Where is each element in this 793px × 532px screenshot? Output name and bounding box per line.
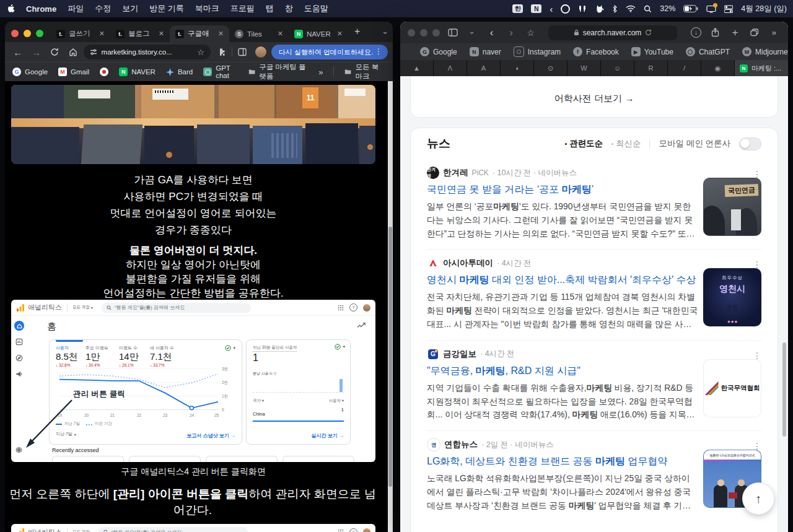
bookmarks-overflow-icon[interactable]: » bbox=[318, 68, 323, 77]
press-name[interactable]: 연합뉴스 bbox=[444, 439, 478, 450]
menu-view[interactable]: 보기 bbox=[122, 3, 138, 14]
press-logo-asiatoday[interactable] bbox=[427, 257, 439, 269]
sidebar-toggle-icon[interactable] bbox=[446, 26, 459, 40]
ga-users-header[interactable]: 사용자 ▾ bbox=[328, 398, 344, 404]
news-thumbnail[interactable]: 국민연금 bbox=[703, 178, 761, 236]
minimize-button[interactable] bbox=[420, 29, 427, 37]
menu-tab[interactable]: 탭 bbox=[266, 3, 274, 14]
ga-recent-card[interactable] bbox=[52, 456, 124, 462]
pinned-tab-drive[interactable]: ▲ bbox=[400, 60, 434, 76]
downloads-icon[interactable]: ↓ bbox=[690, 26, 703, 40]
ring-menu-icon[interactable] bbox=[561, 4, 570, 14]
ga-data-quality-badge[interactable]: ▾ bbox=[335, 344, 345, 350]
favorites-star-icon[interactable]: ☆ bbox=[524, 26, 537, 40]
pinned-tab-bot[interactable]: ☺ bbox=[601, 60, 634, 76]
favorite-google[interactable]: GGoogle bbox=[420, 47, 457, 56]
display-notification-icon[interactable] bbox=[706, 5, 716, 13]
scroll-to-top-button[interactable]: ↑ bbox=[742, 482, 774, 515]
back-button[interactable]: ‹ bbox=[485, 26, 498, 40]
bookmark-google[interactable]: G Google bbox=[12, 68, 48, 76]
ga-metric-users[interactable]: 사용자 8.5천 ↓ 32.8% bbox=[56, 345, 78, 367]
bookmark-naver[interactable]: N NAVER bbox=[119, 68, 156, 76]
favorite-midjourney[interactable]: MMidjourney bbox=[742, 47, 788, 56]
tab-overview-icon[interactable] bbox=[748, 26, 761, 40]
bookmark-icon-only[interactable] bbox=[100, 68, 108, 76]
apps-grid-icon[interactable] bbox=[338, 529, 344, 532]
ga-recent-card[interactable] bbox=[129, 456, 201, 462]
scrollbar-thumb[interactable] bbox=[388, 227, 392, 487]
dictionary-more-link[interactable]: 어학사전 더보기 → bbox=[554, 93, 634, 105]
address-bar[interactable]: marketking.tistory.co... ☆ bbox=[84, 45, 211, 59]
extension-icon[interactable] bbox=[213, 44, 229, 60]
menu-window[interactable]: 창 bbox=[285, 3, 293, 14]
tab-blog[interactable]: t. 블로그✕ bbox=[110, 25, 170, 42]
ga-account-switcher[interactable]: 모든 계정 bbox=[72, 305, 90, 310]
menu-edit[interactable]: 수정 bbox=[95, 3, 111, 14]
sort-relevance[interactable]: 관련도순 bbox=[565, 138, 603, 149]
ga-data-quality-badge[interactable]: ▾ bbox=[225, 345, 235, 351]
ga-period-dropdown[interactable]: 지난 7일▾ bbox=[56, 431, 76, 437]
ga-advertising-icon[interactable] bbox=[15, 370, 23, 378]
favorite-instagram[interactable]: Instagram bbox=[514, 46, 561, 57]
ga-admin-gear-icon[interactable] bbox=[15, 446, 23, 454]
favorite-facebook[interactable]: fFacebook bbox=[573, 47, 619, 56]
pinned-tab-watcha[interactable]: W bbox=[567, 60, 601, 76]
close-button[interactable] bbox=[408, 29, 415, 37]
tab-naver[interactable]: N NAVER✕ bbox=[289, 25, 348, 42]
ga-metric-new-users[interactable]: 새 사용자 수 7.1천 ↓ 33.7% bbox=[150, 345, 174, 367]
ga-metric-event-count[interactable]: 이벤트 수 14만 ↓ 26.1% bbox=[119, 345, 139, 367]
apple-menu-icon[interactable] bbox=[6, 4, 15, 14]
ga-insights-icon[interactable] bbox=[357, 322, 366, 329]
page-scrollbar[interactable] bbox=[388, 81, 393, 532]
help-icon[interactable]: ? bbox=[349, 303, 357, 312]
ga-recent-card[interactable] bbox=[206, 456, 278, 462]
tab-tiles[interactable]: S Tiles✕ bbox=[229, 25, 289, 42]
back-arrow-menu-icon[interactable]: ‹ bbox=[550, 4, 553, 14]
apps-grid-icon[interactable] bbox=[338, 305, 344, 311]
pinned-tab-1[interactable]: Λ bbox=[434, 60, 467, 76]
bookmark-folder-google-marketing[interactable]: 구글 마케팅 플랫폼 bbox=[248, 63, 308, 81]
active-tab-naver-search[interactable]: N 마케팅 :... bbox=[735, 60, 788, 76]
zoom-button[interactable] bbox=[36, 30, 43, 37]
menubar-date[interactable]: 4월 28일 (일) bbox=[741, 4, 787, 14]
close-tab-icon[interactable]: ✕ bbox=[159, 30, 164, 38]
news-title-link[interactable]: "무역금융, 마케팅, R&D 지원 시급" bbox=[427, 365, 699, 378]
side-panel-icon[interactable] bbox=[235, 44, 251, 60]
press-name[interactable]: 아시아투데이 bbox=[443, 258, 493, 269]
minimize-button[interactable] bbox=[24, 30, 31, 37]
menu-profiles[interactable]: 프로필 bbox=[230, 3, 255, 14]
press-logo-geumgang[interactable]: G bbox=[427, 348, 439, 360]
menu-file[interactable]: 파일 bbox=[68, 3, 84, 14]
book​mark-bard[interactable]: Bard bbox=[166, 68, 193, 76]
pinned-tab-discord[interactable]: ⊙ bbox=[534, 60, 567, 76]
input-source-icon[interactable]: 한 bbox=[512, 4, 523, 13]
ga-home-icon[interactable] bbox=[14, 321, 24, 331]
close-button[interactable] bbox=[11, 30, 19, 37]
menu-history[interactable]: 방문 기록 bbox=[149, 3, 184, 14]
tab-search-chevron-icon[interactable]: › bbox=[381, 32, 390, 34]
toolbar-overflow-icon[interactable]: » bbox=[768, 26, 781, 40]
close-tab-icon[interactable]: ✕ bbox=[99, 30, 105, 38]
ga-search-input[interactable]: “행동 개요”을(를) 검색해 보세요 bbox=[102, 303, 251, 313]
bluetooth-icon[interactable] bbox=[612, 5, 618, 13]
spotlight-search-icon[interactable] bbox=[644, 5, 652, 13]
favorite-naver[interactable]: Nnaver bbox=[470, 47, 501, 56]
press-logo-yonhap[interactable]: 연 bbox=[427, 438, 440, 451]
ga-recent-card[interactable] bbox=[283, 456, 354, 462]
tab-write[interactable]: t. 글쓰기✕ bbox=[51, 25, 110, 42]
cat-menu-icon[interactable] bbox=[595, 5, 604, 13]
airpods-menu-icon[interactable] bbox=[578, 5, 587, 12]
menubar-app-name[interactable]: Chrome bbox=[26, 4, 56, 14]
close-tab-icon[interactable]: ✕ bbox=[337, 30, 343, 38]
bookmark-gmail[interactable]: M Gmail bbox=[58, 68, 89, 76]
profile-avatar[interactable] bbox=[253, 44, 269, 60]
sidebar-chevron-icon[interactable]: › bbox=[465, 26, 479, 39]
pinned-tab-openai[interactable]: ◉ bbox=[701, 60, 735, 76]
wifi-icon[interactable] bbox=[626, 5, 636, 12]
close-tab-icon[interactable]: ✕ bbox=[278, 30, 283, 38]
ga-search-input[interactable]: “행동 개요”을(를) 검색해 보세요 bbox=[99, 527, 248, 532]
update-chrome-button[interactable]: 다시 실행하여 업데이트하세요. ⋮ bbox=[271, 45, 388, 59]
reload-icon[interactable] bbox=[645, 29, 652, 36]
mobile-press-toggle[interactable] bbox=[739, 137, 761, 150]
ga-avatar[interactable] bbox=[363, 304, 370, 312]
